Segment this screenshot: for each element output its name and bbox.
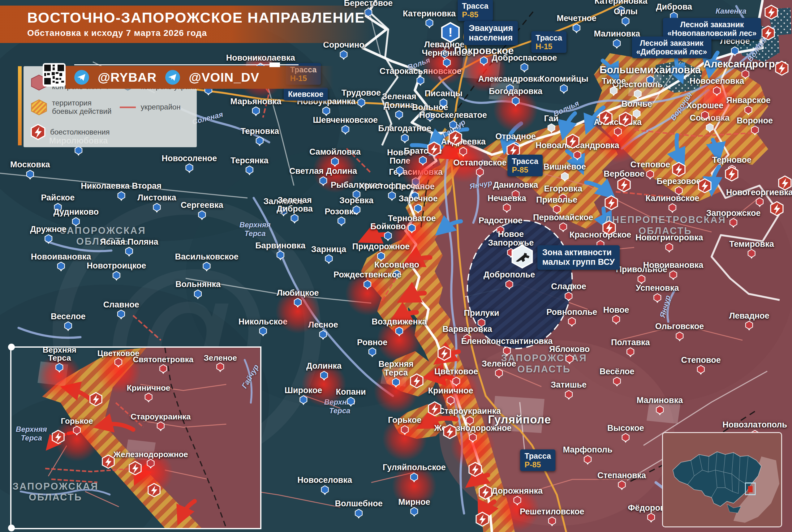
town-name: Егоровка [544, 185, 582, 193]
town-name: Железнодорожное [114, 450, 188, 458]
hexagon-marker-icon [447, 396, 455, 406]
clash-lightning-icon [443, 424, 457, 440]
channel-handle-rybar[interactable]: @RYBAR [98, 70, 156, 85]
inset-corner-dot [8, 344, 15, 350]
town-label: Московка [10, 161, 50, 180]
clash-lightning-icon [778, 175, 792, 191]
town-name: Степовое [630, 161, 670, 170]
town-name: Вишнёвое [543, 163, 586, 172]
hexagon-marker-icon [646, 170, 654, 180]
clash-icon [443, 424, 457, 440]
town-name: Самойловка [309, 148, 361, 156]
town-label: Копани [336, 388, 366, 407]
hexagon-marker-icon [73, 425, 81, 436]
hexagon-marker-icon [355, 509, 363, 519]
town-name: Новогригоровка [636, 233, 703, 242]
town-name: Диброва [656, 3, 692, 12]
clash-icon [410, 373, 424, 390]
town-name: Радостное [478, 216, 523, 225]
inset-corner-dot [8, 525, 15, 531]
channel-handle-voin-dv[interactable]: @VOIN_DV [189, 70, 259, 85]
clash-lightning-icon [602, 220, 616, 236]
town-name: Ясная Поляна [100, 238, 158, 247]
town-name: Доброполье [484, 271, 535, 280]
town-label: Зеленая Долина [382, 93, 416, 120]
town-label: Волшебное [335, 499, 383, 519]
town-name: Копани [336, 388, 366, 397]
hexagon-marker-icon [294, 298, 302, 308]
hexagon-marker-icon [55, 363, 64, 373]
hexagon-marker-icon [251, 107, 260, 116]
hexagon-marker-icon [668, 204, 677, 213]
svg-text:!: ! [448, 25, 453, 39]
telegram-icon [74, 69, 90, 86]
town-name: Дудниково [54, 208, 99, 217]
hexagon-marker-icon [299, 395, 307, 405]
town-label: Гуляйпольское [383, 463, 446, 482]
hexagon-marker-icon [117, 310, 125, 320]
town-name: Терновка [240, 127, 279, 136]
clash-icon [617, 177, 631, 193]
clash-lightning-icon [478, 485, 492, 501]
town-label: Листовка [137, 194, 176, 213]
town-name: Александровка [478, 75, 542, 84]
clash-icon [147, 483, 161, 498]
clash-icon [427, 141, 441, 157]
hexagon-marker-icon [401, 134, 409, 144]
hexagon-marker-icon [626, 348, 635, 358]
clash-lightning-icon [566, 134, 580, 150]
town-name: Светлая Долина [289, 167, 357, 176]
town-name: Новоселовка [689, 77, 744, 86]
town-name: Криничное [428, 387, 473, 396]
hexagon-marker-icon [320, 371, 328, 381]
info-box-label: Лесной заказник «Дибровский лес» [632, 37, 711, 58]
road-label-title: Трасса [535, 33, 562, 42]
town-name: Бойково [370, 222, 406, 231]
hexagon-marker-icon [613, 39, 621, 49]
clash-lightning-icon [764, 5, 778, 21]
telegram-icon [165, 69, 181, 86]
hexagon-marker-icon [439, 99, 448, 109]
hexagon-marker-icon [319, 330, 327, 340]
hexagon-marker-icon [57, 262, 65, 272]
town-label: Зеленое [204, 354, 237, 373]
town-name: Решетиловское [520, 508, 584, 516]
town-label: Запорожское [706, 209, 761, 228]
hexagon-marker-icon [368, 348, 377, 358]
hexagon-marker-icon [476, 168, 484, 177]
town-label: Вольнянка [175, 281, 221, 300]
hexagon-marker-icon [290, 214, 299, 224]
legend-item-label: территория боевых действий [52, 99, 111, 116]
town-name: Воздвиженка [372, 318, 427, 326]
hexagon-marker-icon [669, 270, 677, 280]
town-name: Терсянка [230, 156, 268, 165]
clash-lightning-icon [761, 25, 775, 41]
town-label: Зарница [311, 245, 346, 264]
town-name: Зеленая Диброва [277, 196, 313, 213]
clash-icon [724, 166, 739, 183]
clash-icon [672, 162, 686, 178]
town-name: Листовка [137, 194, 176, 202]
town-name: Криничное [127, 384, 170, 392]
town-label: Коломийцы [540, 75, 588, 94]
town-name: Московка [10, 161, 50, 170]
hexagon-marker-icon [337, 217, 345, 227]
road-label-title: Трасса [524, 452, 551, 460]
clash-icon [698, 178, 712, 194]
situation-map: @ ЗАПОРОЖСКАЯ ОБЛАСТЬЗАПОРОЖСКАЯ ОБЛАСТЬ… [0, 0, 792, 532]
hexagon-marker-icon [548, 517, 556, 527]
town-label: Гуляйполе [488, 414, 551, 425]
town-label: Успеновка [636, 284, 679, 303]
town-label: Цветковое [434, 368, 478, 387]
hexagon-marker-icon [647, 513, 655, 523]
hexagon-marker-icon [114, 358, 122, 368]
hexagon-marker-icon [713, 86, 721, 96]
inset-map-verkhnyaya-tersa: ЗАПОРОЖСКАЯ ОБЛАСТЬВерхняя ТерсаГайчурВе… [10, 346, 261, 530]
town-name: Яблоково [549, 345, 590, 354]
hexagon-marker-icon [125, 247, 133, 257]
hexagon-marker-icon [395, 110, 403, 120]
hexagon-marker-icon [622, 433, 630, 443]
hexagon-marker-icon [425, 19, 433, 29]
town-label: Ровнополье [546, 308, 597, 327]
clash-lightning-icon [604, 195, 619, 211]
